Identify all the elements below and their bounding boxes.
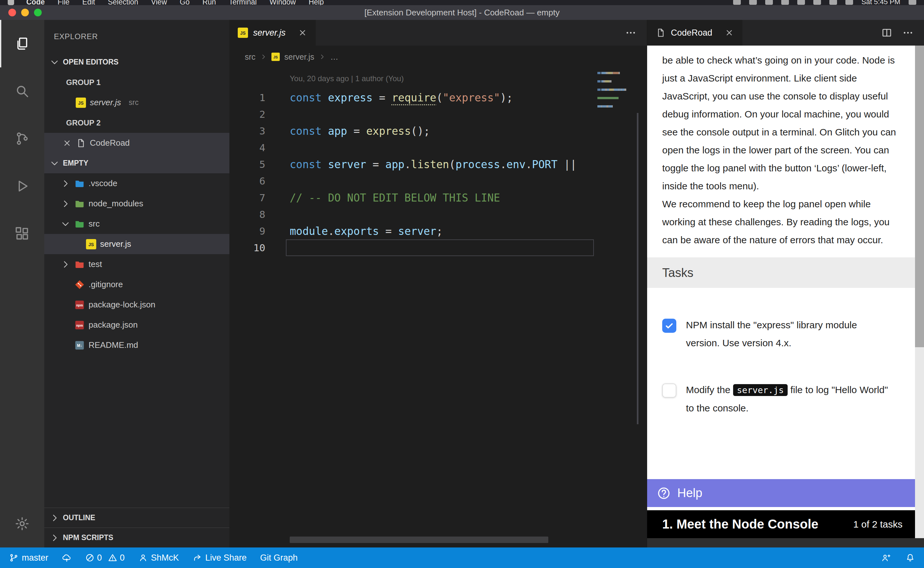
editor-horizontal-scrollbar[interactable] xyxy=(290,536,548,543)
apple-menu-icon[interactable] xyxy=(8,0,14,5)
menu-item-code[interactable]: Code xyxy=(26,0,45,5)
code-line-3[interactable]: 3const app = express(); xyxy=(229,122,647,139)
tree-item-package-lock-json[interactable]: npmpackage-lock.json xyxy=(44,295,229,315)
breadcrumb-file[interactable]: server.js xyxy=(284,52,314,62)
menu-item-window[interactable]: Window xyxy=(270,0,296,5)
statusbar-bell[interactable] xyxy=(905,553,915,562)
menubar-status-icon[interactable] xyxy=(909,0,916,5)
tree-item-readme-md[interactable]: M↓README.md xyxy=(44,335,229,355)
code-line-1[interactable]: 1const express = require("express"); xyxy=(229,89,647,106)
menu-item-edit[interactable]: Edit xyxy=(83,0,95,5)
split-editor-icon[interactable] xyxy=(881,27,892,39)
open-editor-coderoad[interactable]: CodeRoad xyxy=(44,133,229,153)
section-workspace-empty[interactable]: EMPTY xyxy=(44,153,229,173)
code-line-6[interactable]: 6 xyxy=(229,173,647,189)
tree-item-src[interactable]: src xyxy=(44,214,229,234)
tab-coderoad[interactable]: CodeRoad xyxy=(647,20,742,45)
minimap[interactable] xyxy=(597,72,627,113)
code-line-5[interactable]: 5const server = app.listen(process.env.P… xyxy=(229,156,647,173)
menubar-status-icon[interactable] xyxy=(846,0,853,5)
code-line-9[interactable]: 9module.exports = server; xyxy=(229,223,647,239)
task-checkbox-checked[interactable] xyxy=(662,319,676,333)
help-button[interactable]: Help xyxy=(647,479,915,507)
minimize-button[interactable] xyxy=(21,9,29,17)
statusbar-master[interactable]: master xyxy=(9,553,48,563)
statusbar-feedback[interactable] xyxy=(881,553,891,562)
close-icon[interactable] xyxy=(724,28,734,38)
gitlens-annotation[interactable]: You, 20 days ago | 1 author (You) xyxy=(229,68,647,89)
activitybar-settings[interactable] xyxy=(0,500,44,547)
activitybar-search[interactable] xyxy=(0,67,44,115)
activitybar-extensions[interactable] xyxy=(0,210,44,257)
tree-item-package-json[interactable]: npmpackage.json xyxy=(44,315,229,335)
menu-item-run[interactable]: Run xyxy=(202,0,216,5)
breadcrumb-symbol[interactable]: … xyxy=(330,52,338,62)
menu-item-file[interactable]: File xyxy=(58,0,69,5)
code-token: ); xyxy=(500,91,513,104)
menubar-status-icon[interactable] xyxy=(749,0,757,5)
editor-vertical-scrollbar[interactable] xyxy=(637,113,638,424)
chevron-spacer xyxy=(60,300,71,310)
statusbar-live-share[interactable]: Live Share xyxy=(193,553,247,563)
menubar-status-icon[interactable] xyxy=(829,0,837,5)
tree-item--vscode[interactable]: .vscode xyxy=(44,173,229,193)
menu-item-selection[interactable]: Selection xyxy=(108,0,138,5)
activitybar-run-debug[interactable] xyxy=(0,162,44,210)
menubar-status-icon[interactable] xyxy=(733,0,741,5)
breadcrumb-src[interactable]: src xyxy=(245,52,255,62)
editor-tab-bar: JS server.js xyxy=(229,20,647,45)
menu-item-go[interactable]: Go xyxy=(180,0,190,5)
statusbar-error: 0 xyxy=(85,553,102,563)
statusbar-git-graph[interactable]: Git Graph xyxy=(260,553,298,563)
code-line-10[interactable]: 10 xyxy=(229,239,647,256)
activitybar-source-control[interactable] xyxy=(0,115,44,162)
webview-scrollbar-thumb[interactable] xyxy=(915,45,924,347)
more-actions-icon[interactable] xyxy=(625,27,636,39)
tree-item--gitignore[interactable]: .gitignore xyxy=(44,274,229,295)
zoom-button[interactable] xyxy=(34,9,42,17)
tree-item-node-modules[interactable]: node_modules xyxy=(44,193,229,214)
section-label: OPEN EDITORS xyxy=(63,58,118,66)
open-editor-server-js[interactable]: JSserver.jssrc xyxy=(44,92,229,113)
webview-scrollbar[interactable] xyxy=(915,45,924,538)
statusbar-item[interactable]: 00 xyxy=(85,553,125,563)
code-line-4[interactable]: 4 xyxy=(229,139,647,156)
code-token xyxy=(321,158,328,171)
titlebar[interactable]: [Extension Development Host] - CodeRoad … xyxy=(0,5,924,20)
minimap-segment xyxy=(597,72,601,74)
menu-item-help[interactable]: Help xyxy=(309,0,324,5)
menubar-status-icon[interactable] xyxy=(797,0,805,5)
code-token: module xyxy=(290,225,328,237)
code-line-2[interactable]: 2 xyxy=(229,106,647,122)
tree-item-server-js[interactable]: JSserver.js xyxy=(44,234,229,254)
menu-item-terminal[interactable]: Terminal xyxy=(229,0,257,5)
close-icon[interactable] xyxy=(62,138,72,148)
activitybar-explorer[interactable] xyxy=(0,20,44,67)
svg-text:npm: npm xyxy=(76,324,83,327)
statusbar-cloud-upload[interactable] xyxy=(62,553,72,562)
section-npm-scripts[interactable]: NPM SCRIPTS xyxy=(44,527,229,547)
warning-icon xyxy=(108,553,118,562)
section-open-editors[interactable]: OPEN EDITORS xyxy=(44,52,229,72)
menu-item-view[interactable]: View xyxy=(151,0,167,5)
code-line-7[interactable]: 7// -- DO NOT EDIT BELOW THIS LINE xyxy=(229,189,647,206)
menubar-status-icon[interactable] xyxy=(781,0,789,5)
code-line-8[interactable]: 8 xyxy=(229,206,647,223)
tab-server-js[interactable]: JS server.js xyxy=(229,20,316,45)
close-icon[interactable] xyxy=(298,28,307,38)
task-checkbox-unchecked[interactable] xyxy=(662,384,676,397)
task-item-2: Modify the server.js file to log "Hello … xyxy=(662,381,904,417)
lesson-footer[interactable]: 1. Meet the Node Console 1 of 2 tasks xyxy=(647,510,915,538)
svg-text:M↓: M↓ xyxy=(77,343,82,347)
menubar-status-icon[interactable] xyxy=(765,0,773,5)
section-label: EMPTY xyxy=(63,159,88,168)
more-actions-icon[interactable] xyxy=(902,27,914,39)
close-button[interactable] xyxy=(8,9,16,17)
statusbar-shmck[interactable]: ShMcK xyxy=(138,553,179,563)
code-token: const xyxy=(290,158,321,171)
code-token: PORT xyxy=(532,158,557,171)
menubar-status-icon[interactable] xyxy=(813,0,821,5)
tree-item-test[interactable]: test xyxy=(44,254,229,274)
code-token: require xyxy=(392,91,436,104)
section-outline[interactable]: OUTLINE xyxy=(44,508,229,527)
